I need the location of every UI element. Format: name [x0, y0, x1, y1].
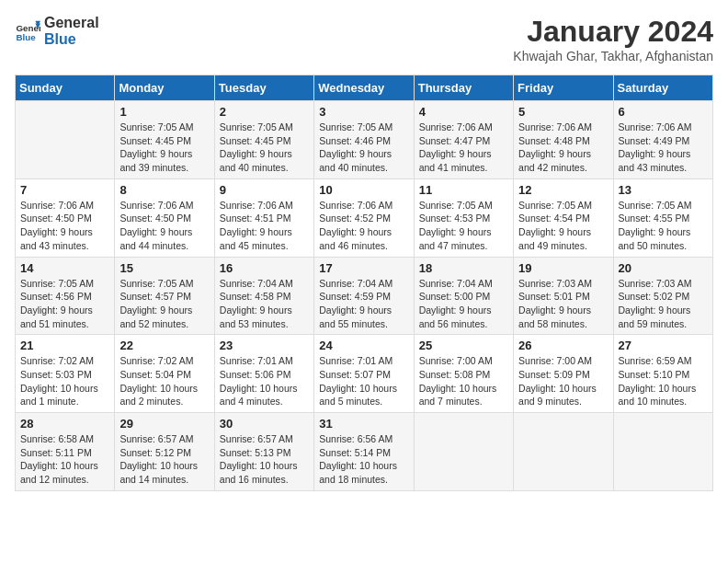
calendar-cell [414, 413, 513, 491]
day-number: 17 [319, 261, 408, 275]
calendar-cell [514, 413, 613, 491]
calendar-cell: 5Sunrise: 7:06 AM Sunset: 4:48 PM Daylig… [514, 101, 613, 179]
day-info: Sunrise: 7:05 AM Sunset: 4:45 PM Dayligh… [119, 121, 209, 175]
logo-line1: General [44, 15, 99, 31]
day-info: Sunrise: 7:00 AM Sunset: 5:08 PM Dayligh… [419, 354, 508, 408]
calendar-cell: 25Sunrise: 7:00 AM Sunset: 5:08 PM Dayli… [414, 335, 513, 413]
calendar-cell: 17Sunrise: 7:04 AM Sunset: 4:59 PM Dayli… [314, 257, 414, 335]
day-info: Sunrise: 7:00 AM Sunset: 5:09 PM Dayligh… [518, 354, 608, 408]
day-number: 12 [518, 183, 608, 197]
day-info: Sunrise: 7:02 AM Sunset: 5:03 PM Dayligh… [20, 354, 109, 408]
day-number: 15 [119, 261, 209, 275]
day-info: Sunrise: 6:59 AM Sunset: 5:10 PM Dayligh… [619, 354, 708, 408]
day-number: 16 [220, 261, 309, 275]
calendar-cell: 22Sunrise: 7:02 AM Sunset: 5:04 PM Dayli… [115, 335, 214, 413]
day-number: 9 [220, 183, 309, 197]
day-number: 23 [220, 339, 309, 352]
day-number: 8 [119, 183, 209, 197]
calendar-cell: 2Sunrise: 7:05 AM Sunset: 4:45 PM Daylig… [214, 101, 313, 179]
day-info: Sunrise: 7:06 AM Sunset: 4:47 PM Dayligh… [419, 121, 508, 175]
day-info: Sunrise: 7:05 AM Sunset: 4:46 PM Dayligh… [319, 121, 408, 175]
day-number: 29 [119, 417, 209, 431]
day-number: 25 [419, 339, 508, 352]
day-info: Sunrise: 7:06 AM Sunset: 4:50 PM Dayligh… [20, 199, 109, 253]
week-row-2: 7Sunrise: 7:06 AM Sunset: 4:50 PM Daylig… [16, 178, 713, 257]
week-row-5: 28Sunrise: 6:58 AM Sunset: 5:11 PM Dayli… [16, 413, 713, 491]
calendar-cell: 14Sunrise: 7:05 AM Sunset: 4:56 PM Dayli… [16, 257, 115, 335]
calendar-cell: 27Sunrise: 6:59 AM Sunset: 5:10 PM Dayli… [613, 335, 712, 413]
calendar-cell: 13Sunrise: 7:05 AM Sunset: 4:55 PM Dayli… [613, 178, 712, 257]
calendar-title: January 2024 [513, 15, 713, 49]
day-info: Sunrise: 7:03 AM Sunset: 5:01 PM Dayligh… [518, 277, 608, 331]
calendar-cell: 1Sunrise: 7:05 AM Sunset: 4:45 PM Daylig… [115, 101, 214, 179]
day-number: 10 [319, 183, 408, 197]
header-monday: Monday [115, 75, 214, 101]
header-friday: Friday [514, 75, 613, 101]
calendar-cell: 23Sunrise: 7:01 AM Sunset: 5:06 PM Dayli… [214, 335, 313, 413]
svg-text:Blue: Blue [16, 31, 36, 41]
calendar-cell: 11Sunrise: 7:05 AM Sunset: 4:53 PM Dayli… [414, 178, 513, 257]
day-info: Sunrise: 7:06 AM Sunset: 4:51 PM Dayligh… [220, 199, 309, 253]
day-info: Sunrise: 7:05 AM Sunset: 4:53 PM Dayligh… [419, 199, 508, 253]
day-number: 4 [419, 105, 508, 119]
week-row-3: 14Sunrise: 7:05 AM Sunset: 4:56 PM Dayli… [16, 257, 713, 335]
calendar-cell: 30Sunrise: 6:57 AM Sunset: 5:13 PM Dayli… [214, 413, 313, 491]
calendar-cell: 19Sunrise: 7:03 AM Sunset: 5:01 PM Dayli… [514, 257, 613, 335]
day-info: Sunrise: 7:04 AM Sunset: 5:00 PM Dayligh… [419, 277, 508, 331]
day-info: Sunrise: 7:06 AM Sunset: 4:49 PM Dayligh… [619, 121, 708, 175]
day-info: Sunrise: 7:05 AM Sunset: 4:55 PM Dayligh… [619, 199, 708, 253]
calendar-cell: 28Sunrise: 6:58 AM Sunset: 5:11 PM Dayli… [16, 413, 115, 491]
day-number: 19 [518, 261, 608, 275]
calendar-cell: 29Sunrise: 6:57 AM Sunset: 5:12 PM Dayli… [115, 413, 214, 491]
logo: General Blue General Blue [15, 15, 99, 47]
calendar-subtitle: Khwajah Ghar, Takhar, Afghanistan [513, 49, 713, 63]
calendar-cell: 9Sunrise: 7:06 AM Sunset: 4:51 PM Daylig… [214, 178, 313, 257]
day-info: Sunrise: 7:05 AM Sunset: 4:57 PM Dayligh… [119, 277, 209, 331]
day-info: Sunrise: 6:57 AM Sunset: 5:12 PM Dayligh… [119, 432, 209, 487]
day-info: Sunrise: 6:57 AM Sunset: 5:13 PM Dayligh… [220, 432, 309, 487]
calendar-cell: 8Sunrise: 7:06 AM Sunset: 4:50 PM Daylig… [115, 178, 214, 257]
day-info: Sunrise: 7:01 AM Sunset: 5:06 PM Dayligh… [220, 354, 309, 408]
calendar-cell: 16Sunrise: 7:04 AM Sunset: 4:58 PM Dayli… [214, 257, 313, 335]
day-info: Sunrise: 7:05 AM Sunset: 4:45 PM Dayligh… [220, 121, 309, 175]
day-info: Sunrise: 7:02 AM Sunset: 5:04 PM Dayligh… [119, 354, 209, 408]
calendar-cell: 4Sunrise: 7:06 AM Sunset: 4:47 PM Daylig… [414, 101, 513, 179]
day-number: 27 [619, 339, 708, 352]
calendar-cell: 20Sunrise: 7:03 AM Sunset: 5:02 PM Dayli… [613, 257, 712, 335]
day-info: Sunrise: 7:06 AM Sunset: 4:50 PM Dayligh… [119, 199, 209, 253]
calendar-cell: 10Sunrise: 7:06 AM Sunset: 4:52 PM Dayli… [314, 178, 414, 257]
day-info: Sunrise: 7:04 AM Sunset: 4:59 PM Dayligh… [319, 277, 408, 331]
header-saturday: Saturday [613, 75, 712, 101]
day-number: 24 [319, 339, 408, 352]
day-number: 22 [119, 339, 209, 352]
day-info: Sunrise: 7:03 AM Sunset: 5:02 PM Dayligh… [619, 277, 708, 331]
day-number: 31 [319, 417, 408, 431]
day-number: 13 [619, 183, 708, 197]
day-number: 5 [518, 105, 608, 119]
calendar-cell: 15Sunrise: 7:05 AM Sunset: 4:57 PM Dayli… [115, 257, 214, 335]
header-thursday: Thursday [414, 75, 513, 101]
day-number: 6 [619, 105, 708, 119]
week-row-1: 1Sunrise: 7:05 AM Sunset: 4:45 PM Daylig… [16, 101, 713, 179]
day-number: 14 [20, 261, 109, 275]
day-info: Sunrise: 7:01 AM Sunset: 5:07 PM Dayligh… [319, 354, 408, 408]
calendar-cell [16, 101, 115, 179]
calendar-cell: 12Sunrise: 7:05 AM Sunset: 4:54 PM Dayli… [514, 178, 613, 257]
calendar-cell: 7Sunrise: 7:06 AM Sunset: 4:50 PM Daylig… [16, 178, 115, 257]
day-number: 30 [220, 417, 309, 431]
day-number: 20 [619, 261, 708, 275]
day-number: 26 [518, 339, 608, 352]
day-info: Sunrise: 6:58 AM Sunset: 5:11 PM Dayligh… [20, 432, 109, 487]
calendar-cell: 3Sunrise: 7:05 AM Sunset: 4:46 PM Daylig… [314, 101, 414, 179]
day-info: Sunrise: 7:05 AM Sunset: 4:54 PM Dayligh… [518, 199, 608, 253]
day-number: 11 [419, 183, 508, 197]
day-number: 28 [20, 417, 109, 431]
day-number: 21 [20, 339, 109, 352]
day-info: Sunrise: 7:06 AM Sunset: 4:48 PM Dayligh… [518, 121, 608, 175]
header-sunday: Sunday [16, 75, 115, 101]
title-block: January 2024 Khwajah Ghar, Takhar, Afgha… [513, 15, 713, 63]
calendar-cell: 6Sunrise: 7:06 AM Sunset: 4:49 PM Daylig… [613, 101, 712, 179]
calendar-table: SundayMondayTuesdayWednesdayThursdayFrid… [15, 75, 713, 491]
day-number: 1 [119, 105, 209, 119]
header-row: SundayMondayTuesdayWednesdayThursdayFrid… [16, 75, 713, 101]
